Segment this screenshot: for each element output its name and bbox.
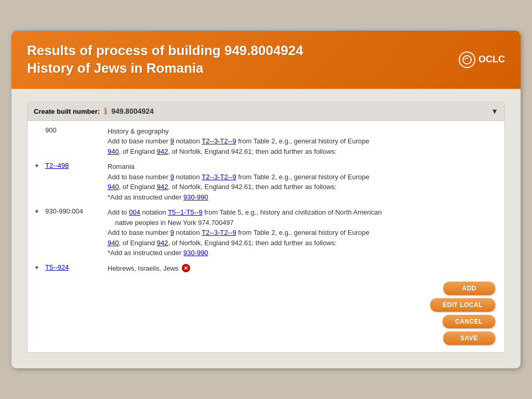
- link-t2-498[interactable]: T2--498: [45, 162, 69, 169]
- built-number-value: 949.8004924: [111, 107, 154, 115]
- panel-body: 900 History & geography Add to base numb…: [28, 121, 504, 353]
- table-row: + 930-990:004 Add to 004 notation T5--1-…: [35, 207, 497, 258]
- info-icon: ℹ: [104, 107, 107, 116]
- button-row: ADD EDIT LOCAL CANCEL SAVE: [35, 282, 497, 345]
- link-t2-3b[interactable]: T2--3-T2--9: [202, 173, 236, 181]
- entry-number: T5--924: [45, 263, 108, 271]
- svg-point-0: [463, 56, 471, 64]
- link-9c[interactable]: 9: [170, 229, 174, 236]
- save-button[interactable]: SAVE: [443, 331, 495, 345]
- link-940c[interactable]: 940: [108, 239, 119, 247]
- panel-header-left: Create built number: ℹ 949.8004924: [34, 107, 154, 116]
- link-930-990[interactable]: 930-990: [183, 193, 208, 201]
- hebrews-row: Hebrews, Israelis, Jews ✕: [108, 263, 497, 274]
- entry-description: Romania Add to base number 9 notation T2…: [108, 162, 497, 202]
- header: Results of process of building 949.80049…: [11, 31, 521, 89]
- link-942[interactable]: 942: [157, 148, 168, 155]
- sub-text: Add to base number 9 notation T2--3-T2--…: [108, 137, 369, 155]
- entry-number: 930-990:004: [45, 207, 108, 215]
- link-940b[interactable]: 940: [108, 183, 119, 191]
- entry-description: Hebrews, Israelis, Jews ✕: [108, 263, 497, 274]
- panel-header: Create built number: ℹ 949.8004924 ▼: [28, 102, 504, 121]
- edit-local-button[interactable]: EDIT LOCAL: [430, 298, 495, 312]
- link-t2-3[interactable]: T2--3-T2--9: [202, 137, 236, 145]
- entry-description: History & geography Add to base number 9…: [108, 126, 497, 157]
- add-button[interactable]: ADD: [443, 282, 495, 295]
- entry-number: T2--498: [45, 162, 108, 169]
- hebrews-label: Hebrews, Israelis, Jews: [108, 263, 179, 274]
- link-9b[interactable]: 9: [170, 173, 174, 181]
- dropdown-arrow-icon[interactable]: ▼: [491, 107, 498, 115]
- oclc-logo: OCLC: [459, 51, 505, 68]
- create-built-number-label: Create built number:: [34, 108, 100, 115]
- oclc-circle-icon: [459, 51, 475, 68]
- link-942c[interactable]: 942: [157, 239, 168, 247]
- main-container: Results of process of building 949.80049…: [11, 31, 521, 368]
- main-content: Create built number: ℹ 949.8004924 ▼ 900…: [11, 89, 521, 369]
- link-t5-924[interactable]: T5--924: [45, 263, 69, 271]
- sub-text: Add to 004 notation T5--1-T5--9 from Tab…: [108, 208, 382, 257]
- table-row: + T2--498 Romania Add to base number 9 n…: [35, 162, 497, 202]
- sub-text: Add to base number 9 notation T2--3-T2--…: [108, 173, 369, 201]
- number-plain: 900: [45, 126, 57, 134]
- link-004[interactable]: 004: [129, 208, 140, 216]
- link-940[interactable]: 940: [108, 148, 119, 155]
- entry-prefix: +: [35, 207, 45, 215]
- entry-description: Add to 004 notation T5--1-T5--9 from Tab…: [108, 207, 497, 258]
- entry-prefix: +: [35, 263, 45, 271]
- link-9[interactable]: 9: [170, 137, 174, 145]
- built-number-panel: Create built number: ℹ 949.8004924 ▼ 900…: [27, 102, 505, 353]
- link-t2-3c[interactable]: T2--3-T2--9: [202, 229, 236, 236]
- entry-number: 900: [45, 126, 108, 134]
- cancel-button[interactable]: CANCEL: [443, 315, 495, 328]
- oclc-text: OCLC: [478, 54, 505, 65]
- table-row: + T5--924 Hebrews, Israelis, Jews ✕: [35, 263, 497, 274]
- entry-prefix: +: [35, 162, 45, 169]
- table-row: 900 History & geography Add to base numb…: [35, 126, 497, 157]
- link-t5-1[interactable]: T5--1-T5--9: [168, 208, 202, 216]
- link-930-990b[interactable]: 930-990: [183, 249, 208, 257]
- page-title: Results of process of building 949.80049…: [27, 42, 303, 77]
- number-plain: 930-990:004: [45, 207, 83, 215]
- link-942b[interactable]: 942: [157, 183, 168, 191]
- error-icon: ✕: [182, 264, 190, 272]
